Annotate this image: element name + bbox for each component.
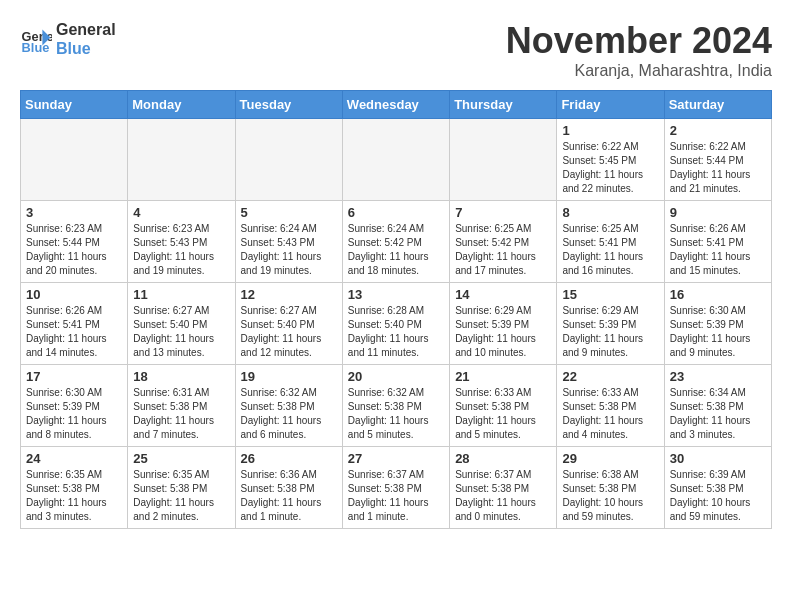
- day-number: 25: [133, 451, 229, 466]
- cell-info: Sunrise: 6:22 AM Sunset: 5:45 PM Dayligh…: [562, 140, 658, 196]
- calendar-week-2: 3Sunrise: 6:23 AM Sunset: 5:44 PM Daylig…: [21, 201, 772, 283]
- cell-info: Sunrise: 6:39 AM Sunset: 5:38 PM Dayligh…: [670, 468, 766, 524]
- calendar-cell: [235, 119, 342, 201]
- day-header-tuesday: Tuesday: [235, 91, 342, 119]
- calendar-cell: [450, 119, 557, 201]
- day-number: 8: [562, 205, 658, 220]
- day-number: 30: [670, 451, 766, 466]
- day-number: 15: [562, 287, 658, 302]
- day-number: 16: [670, 287, 766, 302]
- cell-info: Sunrise: 6:33 AM Sunset: 5:38 PM Dayligh…: [562, 386, 658, 442]
- calendar-cell: 23Sunrise: 6:34 AM Sunset: 5:38 PM Dayli…: [664, 365, 771, 447]
- day-number: 2: [670, 123, 766, 138]
- cell-info: Sunrise: 6:24 AM Sunset: 5:43 PM Dayligh…: [241, 222, 337, 278]
- calendar-cell: 17Sunrise: 6:30 AM Sunset: 5:39 PM Dayli…: [21, 365, 128, 447]
- cell-info: Sunrise: 6:37 AM Sunset: 5:38 PM Dayligh…: [455, 468, 551, 524]
- day-number: 10: [26, 287, 122, 302]
- calendar-cell: 1Sunrise: 6:22 AM Sunset: 5:45 PM Daylig…: [557, 119, 664, 201]
- day-number: 23: [670, 369, 766, 384]
- day-header-thursday: Thursday: [450, 91, 557, 119]
- day-number: 6: [348, 205, 444, 220]
- calendar-cell: 13Sunrise: 6:28 AM Sunset: 5:40 PM Dayli…: [342, 283, 449, 365]
- logo-line2: Blue: [56, 39, 116, 58]
- day-number: 28: [455, 451, 551, 466]
- cell-info: Sunrise: 6:23 AM Sunset: 5:43 PM Dayligh…: [133, 222, 229, 278]
- calendar-cell: 5Sunrise: 6:24 AM Sunset: 5:43 PM Daylig…: [235, 201, 342, 283]
- day-number: 7: [455, 205, 551, 220]
- cell-info: Sunrise: 6:29 AM Sunset: 5:39 PM Dayligh…: [455, 304, 551, 360]
- calendar-cell: 8Sunrise: 6:25 AM Sunset: 5:41 PM Daylig…: [557, 201, 664, 283]
- calendar-cell: 21Sunrise: 6:33 AM Sunset: 5:38 PM Dayli…: [450, 365, 557, 447]
- cell-info: Sunrise: 6:32 AM Sunset: 5:38 PM Dayligh…: [241, 386, 337, 442]
- day-number: 3: [26, 205, 122, 220]
- calendar-cell: 12Sunrise: 6:27 AM Sunset: 5:40 PM Dayli…: [235, 283, 342, 365]
- cell-info: Sunrise: 6:28 AM Sunset: 5:40 PM Dayligh…: [348, 304, 444, 360]
- cell-info: Sunrise: 6:22 AM Sunset: 5:44 PM Dayligh…: [670, 140, 766, 196]
- calendar-cell: 30Sunrise: 6:39 AM Sunset: 5:38 PM Dayli…: [664, 447, 771, 529]
- calendar-cell: 4Sunrise: 6:23 AM Sunset: 5:43 PM Daylig…: [128, 201, 235, 283]
- cell-info: Sunrise: 6:24 AM Sunset: 5:42 PM Dayligh…: [348, 222, 444, 278]
- day-number: 1: [562, 123, 658, 138]
- calendar-cell: 20Sunrise: 6:32 AM Sunset: 5:38 PM Dayli…: [342, 365, 449, 447]
- cell-info: Sunrise: 6:26 AM Sunset: 5:41 PM Dayligh…: [26, 304, 122, 360]
- day-number: 12: [241, 287, 337, 302]
- cell-info: Sunrise: 6:25 AM Sunset: 5:42 PM Dayligh…: [455, 222, 551, 278]
- cell-info: Sunrise: 6:27 AM Sunset: 5:40 PM Dayligh…: [133, 304, 229, 360]
- calendar-cell: 27Sunrise: 6:37 AM Sunset: 5:38 PM Dayli…: [342, 447, 449, 529]
- day-number: 13: [348, 287, 444, 302]
- location-title: Karanja, Maharashtra, India: [506, 62, 772, 80]
- calendar-cell: 24Sunrise: 6:35 AM Sunset: 5:38 PM Dayli…: [21, 447, 128, 529]
- calendar-cell: [342, 119, 449, 201]
- calendar-cell: [128, 119, 235, 201]
- page-header: General Blue General Blue November 2024 …: [20, 20, 772, 80]
- day-header-saturday: Saturday: [664, 91, 771, 119]
- calendar-week-3: 10Sunrise: 6:26 AM Sunset: 5:41 PM Dayli…: [21, 283, 772, 365]
- title-block: November 2024 Karanja, Maharashtra, Indi…: [506, 20, 772, 80]
- month-title: November 2024: [506, 20, 772, 62]
- cell-info: Sunrise: 6:32 AM Sunset: 5:38 PM Dayligh…: [348, 386, 444, 442]
- day-number: 21: [455, 369, 551, 384]
- calendar-header-row: SundayMondayTuesdayWednesdayThursdayFrid…: [21, 91, 772, 119]
- calendar-cell: 15Sunrise: 6:29 AM Sunset: 5:39 PM Dayli…: [557, 283, 664, 365]
- day-header-friday: Friday: [557, 91, 664, 119]
- cell-info: Sunrise: 6:33 AM Sunset: 5:38 PM Dayligh…: [455, 386, 551, 442]
- calendar-cell: 22Sunrise: 6:33 AM Sunset: 5:38 PM Dayli…: [557, 365, 664, 447]
- cell-info: Sunrise: 6:27 AM Sunset: 5:40 PM Dayligh…: [241, 304, 337, 360]
- calendar-week-1: 1Sunrise: 6:22 AM Sunset: 5:45 PM Daylig…: [21, 119, 772, 201]
- cell-info: Sunrise: 6:29 AM Sunset: 5:39 PM Dayligh…: [562, 304, 658, 360]
- cell-info: Sunrise: 6:26 AM Sunset: 5:41 PM Dayligh…: [670, 222, 766, 278]
- calendar-cell: 16Sunrise: 6:30 AM Sunset: 5:39 PM Dayli…: [664, 283, 771, 365]
- day-number: 24: [26, 451, 122, 466]
- calendar-week-4: 17Sunrise: 6:30 AM Sunset: 5:39 PM Dayli…: [21, 365, 772, 447]
- calendar-cell: 7Sunrise: 6:25 AM Sunset: 5:42 PM Daylig…: [450, 201, 557, 283]
- day-header-monday: Monday: [128, 91, 235, 119]
- day-number: 26: [241, 451, 337, 466]
- calendar-cell: 18Sunrise: 6:31 AM Sunset: 5:38 PM Dayli…: [128, 365, 235, 447]
- calendar-cell: 3Sunrise: 6:23 AM Sunset: 5:44 PM Daylig…: [21, 201, 128, 283]
- day-number: 22: [562, 369, 658, 384]
- day-number: 19: [241, 369, 337, 384]
- cell-info: Sunrise: 6:35 AM Sunset: 5:38 PM Dayligh…: [26, 468, 122, 524]
- calendar-cell: 2Sunrise: 6:22 AM Sunset: 5:44 PM Daylig…: [664, 119, 771, 201]
- cell-info: Sunrise: 6:38 AM Sunset: 5:38 PM Dayligh…: [562, 468, 658, 524]
- day-number: 11: [133, 287, 229, 302]
- calendar-cell: 10Sunrise: 6:26 AM Sunset: 5:41 PM Dayli…: [21, 283, 128, 365]
- cell-info: Sunrise: 6:36 AM Sunset: 5:38 PM Dayligh…: [241, 468, 337, 524]
- calendar-week-5: 24Sunrise: 6:35 AM Sunset: 5:38 PM Dayli…: [21, 447, 772, 529]
- day-number: 5: [241, 205, 337, 220]
- logo: General Blue General Blue: [20, 20, 116, 58]
- day-number: 14: [455, 287, 551, 302]
- calendar-cell: 29Sunrise: 6:38 AM Sunset: 5:38 PM Dayli…: [557, 447, 664, 529]
- day-number: 20: [348, 369, 444, 384]
- calendar-cell: 11Sunrise: 6:27 AM Sunset: 5:40 PM Dayli…: [128, 283, 235, 365]
- logo-line1: General: [56, 20, 116, 39]
- calendar-cell: 26Sunrise: 6:36 AM Sunset: 5:38 PM Dayli…: [235, 447, 342, 529]
- day-number: 4: [133, 205, 229, 220]
- cell-info: Sunrise: 6:31 AM Sunset: 5:38 PM Dayligh…: [133, 386, 229, 442]
- logo-icon: General Blue: [20, 23, 52, 55]
- cell-info: Sunrise: 6:25 AM Sunset: 5:41 PM Dayligh…: [562, 222, 658, 278]
- cell-info: Sunrise: 6:35 AM Sunset: 5:38 PM Dayligh…: [133, 468, 229, 524]
- calendar-cell: 19Sunrise: 6:32 AM Sunset: 5:38 PM Dayli…: [235, 365, 342, 447]
- day-number: 17: [26, 369, 122, 384]
- calendar-cell: 9Sunrise: 6:26 AM Sunset: 5:41 PM Daylig…: [664, 201, 771, 283]
